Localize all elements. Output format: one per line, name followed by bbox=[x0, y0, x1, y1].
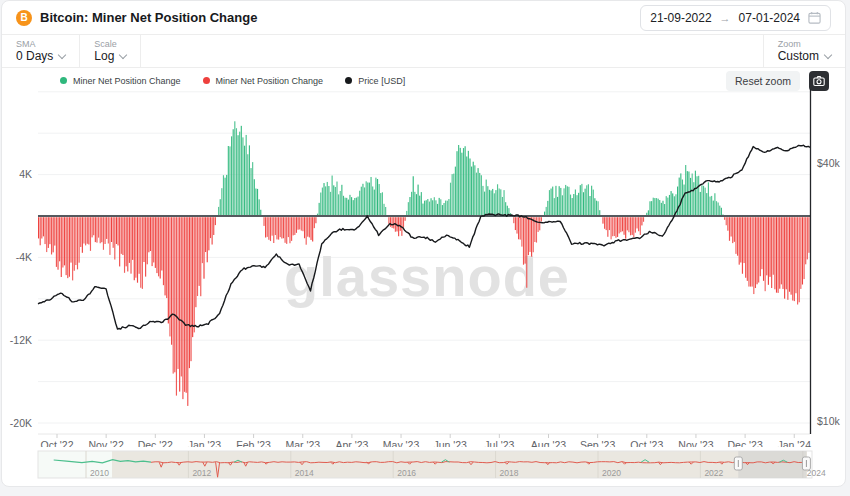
x-axis-tick-label: Apr '23 bbox=[335, 439, 368, 447]
chart-legend: Miner Net Position ChangeMiner Net Posit… bbox=[60, 76, 405, 86]
x-axis-tick-label: Sep '23 bbox=[580, 439, 615, 447]
scale-label: Scale bbox=[94, 39, 126, 49]
x-axis-tick-label: Mar '23 bbox=[285, 439, 320, 447]
navigator-year-label: 2014 bbox=[295, 468, 314, 478]
calendar-icon[interactable] bbox=[808, 11, 821, 24]
x-axis-tick-label: Aug '23 bbox=[531, 439, 566, 447]
x-axis-tick-label: Dec '23 bbox=[727, 439, 762, 447]
x-axis-tick-label: Jun '23 bbox=[433, 439, 467, 447]
price-axis-tick-label: $10k bbox=[817, 415, 841, 427]
chevron-down-icon bbox=[58, 51, 66, 59]
navigator-year-label: 2018 bbox=[500, 468, 519, 478]
date-range-picker[interactable]: 21-09-2022 → 07-01-2024 bbox=[640, 5, 831, 31]
y-axis-tick-label: -12K bbox=[10, 334, 32, 346]
header: B Bitcoin: Miner Net Position Change 21-… bbox=[2, 1, 845, 35]
x-axis-tick-label: Nov '23 bbox=[678, 439, 713, 447]
x-axis-tick-label: Feb '23 bbox=[236, 439, 271, 447]
legend-item-2[interactable]: Price [USD] bbox=[345, 76, 405, 86]
navigator-year-label: 2010 bbox=[90, 468, 109, 478]
zoom-dropdown[interactable]: Zoom Custom bbox=[764, 35, 845, 67]
controls-bar: SMA 0 Days Scale Log Zoom Custom bbox=[2, 35, 845, 68]
x-axis-tick-label: Oct '23 bbox=[630, 439, 663, 447]
zoom-label: Zoom bbox=[778, 39, 831, 49]
navigator-selected-window[interactable] bbox=[738, 451, 806, 478]
reset-zoom-button[interactable]: Reset zoom bbox=[726, 71, 800, 91]
x-axis-tick-label: Oct '22 bbox=[41, 439, 74, 447]
date-to[interactable]: 07-01-2024 bbox=[739, 11, 800, 25]
legend-item-1[interactable]: Miner Net Position Change bbox=[203, 76, 324, 86]
sma-label: SMA bbox=[16, 39, 65, 49]
date-from[interactable]: 21-09-2022 bbox=[650, 11, 711, 25]
navigator-year-label: 2016 bbox=[397, 468, 416, 478]
navigator-year-label: 2020 bbox=[602, 468, 621, 478]
chevron-down-icon bbox=[824, 51, 832, 59]
date-range-arrow-icon: → bbox=[720, 12, 731, 24]
sma-dropdown[interactable]: SMA 0 Days bbox=[2, 35, 79, 67]
x-axis-tick-label: May '23 bbox=[383, 439, 420, 447]
scale-value: Log bbox=[94, 49, 114, 63]
header-left: B Bitcoin: Miner Net Position Change bbox=[16, 10, 257, 26]
y-axis-tick-label: -4K bbox=[16, 251, 32, 263]
camera-icon bbox=[813, 75, 825, 87]
legend-dot-icon bbox=[345, 77, 352, 84]
x-axis-tick-label: Jan '23 bbox=[188, 439, 222, 447]
legend-dot-icon bbox=[203, 77, 210, 84]
y-axis-tick-label: -20K bbox=[10, 417, 32, 429]
x-axis-tick-label: Jul '23 bbox=[484, 439, 514, 447]
x-axis-tick-label: Dec '22 bbox=[138, 439, 173, 447]
zoom-value: Custom bbox=[778, 49, 819, 63]
chevron-down-icon bbox=[119, 51, 127, 59]
legend-item-label: Miner Net Position Change bbox=[73, 76, 181, 86]
navigator-strip[interactable]: 20102012201420162018202020222024 bbox=[2, 449, 850, 489]
navigator-year-label: 2012 bbox=[192, 468, 211, 478]
scale-dropdown[interactable]: Scale Log bbox=[80, 35, 140, 67]
sma-value: 0 Days bbox=[16, 49, 53, 63]
legend-item-0[interactable]: Miner Net Position Change bbox=[60, 76, 181, 86]
x-axis-tick-label: Jan '24 bbox=[777, 439, 811, 447]
legend-item-label: Miner Net Position Change bbox=[216, 76, 324, 86]
main-chart[interactable]: glassnode4K-4K-12K-20K$40k$10kOct '22Nov… bbox=[2, 89, 850, 447]
bitcoin-icon: B bbox=[16, 10, 32, 26]
legend-dot-icon bbox=[60, 77, 67, 84]
x-axis-tick-label: Nov '22 bbox=[89, 439, 124, 447]
camera-button[interactable] bbox=[809, 71, 829, 91]
y-axis-tick-label: 4K bbox=[19, 168, 32, 180]
navigator-year-label: 2022 bbox=[704, 468, 723, 478]
price-axis-tick-label: $40k bbox=[817, 157, 841, 169]
legend-item-label: Price [USD] bbox=[358, 76, 405, 86]
page-title: Bitcoin: Miner Net Position Change bbox=[40, 10, 257, 25]
chart-card: B Bitcoin: Miner Net Position Change 21-… bbox=[1, 0, 846, 487]
